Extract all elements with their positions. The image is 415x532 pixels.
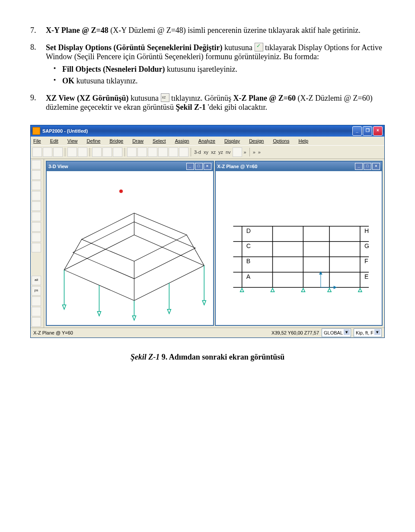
snap-icon[interactable]	[32, 307, 41, 316]
spacer	[32, 253, 43, 275]
open-file-icon[interactable]	[43, 147, 52, 157]
prev-zoom-icon[interactable]	[148, 147, 157, 157]
section-icon[interactable]	[32, 243, 41, 252]
grid-label: B	[246, 258, 250, 264]
combo-value: Kip, ft, F	[356, 330, 374, 335]
save-file-icon[interactable]	[53, 147, 63, 157]
toolbar-overflow-2[interactable]: »	[253, 150, 255, 155]
rotate-3d-icon[interactable]	[233, 147, 242, 157]
menu-draw[interactable]: Draw	[132, 138, 144, 143]
undo-icon[interactable]	[67, 147, 77, 157]
refresh-icon[interactable]	[92, 147, 102, 157]
viewport-xz[interactable]: D C B A H G F E	[216, 171, 382, 325]
menu-design[interactable]: Design	[249, 138, 264, 143]
scroll-left-icon[interactable]	[32, 317, 41, 327]
view-3d-button[interactable]: 3-d	[194, 150, 201, 155]
area-icon[interactable]	[32, 222, 41, 232]
item-9-text-c: tıklayınız. Görünüş	[169, 94, 233, 102]
menu-assign[interactable]: Assign	[175, 138, 189, 143]
child-maximize-icon[interactable]: □	[195, 163, 203, 170]
coordinate-system-combo[interactable]: GLOBAL	[322, 328, 351, 337]
sublist-item-1: Fill Objects (Nesneleri Doldur) kutusunu…	[54, 65, 385, 74]
window-title: SAP2000 - (Untitled)	[42, 128, 88, 134]
view-xz-window[interactable]: X-Z Plane @ Y=60 _ □ ×	[215, 161, 383, 326]
lock-icon[interactable]	[102, 147, 112, 157]
node-icon[interactable]	[32, 181, 41, 190]
sublist-item-2: OK kutusuna tıklayınız.	[54, 76, 385, 86]
units-combo[interactable]: Kip, ft, F	[354, 328, 382, 337]
maximize-button[interactable]: ❐	[363, 126, 372, 136]
menu-help[interactable]: Help	[298, 138, 308, 143]
prev-select-button[interactable]: ps	[32, 286, 41, 296]
pointer-icon[interactable]	[32, 160, 41, 169]
view-3d-titlebar[interactable]: 3-D View _ □ ×	[47, 162, 213, 171]
separator	[191, 148, 191, 156]
child-minimize-icon[interactable]: _	[355, 163, 363, 170]
frame-icon[interactable]	[32, 191, 41, 201]
toolbar-overflow-1[interactable]: »	[244, 150, 246, 155]
select-all-button[interactable]: all	[32, 276, 41, 285]
reshape-icon[interactable]	[32, 170, 41, 180]
child-minimize-icon[interactable]: _	[186, 163, 194, 170]
item-9-text-b: kutusuna	[129, 94, 161, 102]
sub2-bold: OK	[62, 76, 74, 85]
child-close-icon[interactable]: ×	[204, 163, 211, 170]
grid-label: C	[246, 242, 250, 249]
separator	[65, 148, 65, 156]
menubar: File Edit View Define Bridge Draw Select…	[31, 137, 384, 145]
menu-define[interactable]: Define	[87, 138, 101, 143]
separator	[124, 148, 125, 156]
view-xz-titlebar[interactable]: X-Z Plane @ Y=60 _ □ ×	[216, 162, 382, 171]
quick-frame-icon[interactable]	[32, 201, 41, 211]
zoom-out-icon[interactable]	[169, 147, 178, 157]
grid-label: F	[364, 258, 368, 264]
menu-view[interactable]: View	[67, 138, 78, 143]
child-maximize-icon[interactable]: □	[364, 163, 371, 170]
titlebar[interactable]: SAP2000 - (Untitled) _ ❐ ×	[31, 125, 384, 137]
statusbar: X-Z Plane @ Y=60 X39,52 Y60,00 Z77,57 GL…	[31, 328, 384, 338]
sub1-bold: Fill Objects (Nesneleri Doldur)	[62, 65, 165, 73]
redo-icon[interactable]	[78, 147, 87, 157]
instruction-item-7: 7. X-Y Plane @ Z=48 (X-Y Düzlemi @ Z=48)…	[30, 26, 385, 35]
menu-bridge[interactable]: Bridge	[109, 138, 123, 143]
item-9-bold-f: Şekil Z-1	[176, 103, 206, 111]
restore-view-icon[interactable]	[137, 147, 147, 157]
svg-marker-32	[358, 288, 361, 292]
rubber-zoom-icon[interactable]	[127, 147, 137, 157]
close-button[interactable]: ×	[373, 126, 383, 136]
menu-edit[interactable]: Edit	[50, 138, 58, 143]
menu-file[interactable]: File	[33, 138, 41, 143]
view-3d-window[interactable]: 3-D View _ □ ×	[46, 161, 214, 326]
item-9-bold-a: XZ View (XZ Görünüşü)	[46, 94, 129, 102]
menu-analyze[interactable]: Analyze	[198, 138, 215, 143]
view-xz-button[interactable]: xz	[211, 150, 216, 155]
figure-caption: Şekil Z-1 9. Adımdan sonraki ekran görün…	[30, 353, 385, 362]
grid-label: A	[246, 273, 250, 280]
run-icon[interactable]	[113, 147, 122, 157]
item-number: 9.	[30, 93, 36, 102]
instruction-item-8: 8. Set Display Options (Görüntü Seçenekl…	[30, 43, 385, 86]
viewport-3d[interactable]	[47, 171, 213, 325]
structure-3d-icon	[47, 171, 213, 325]
cable-icon[interactable]	[32, 212, 41, 221]
item-7-text: (X-Y Düzlemi @ Z=48) isimli pencerenin ü…	[109, 26, 361, 35]
menu-options[interactable]: Options	[273, 138, 289, 143]
menu-display[interactable]: Display	[224, 138, 240, 143]
view-yz-button[interactable]: yz	[218, 150, 223, 155]
toolbar-overflow-3[interactable]: »	[258, 150, 261, 155]
separator	[249, 148, 250, 156]
menu-select[interactable]: Select	[153, 138, 166, 143]
quick-area-icon[interactable]	[32, 233, 41, 242]
separator	[89, 148, 90, 156]
pan-icon[interactable]	[179, 147, 188, 157]
zoom-in-icon[interactable]	[158, 147, 168, 157]
clear-select-icon[interactable]	[32, 296, 41, 306]
xz-view-icon	[161, 93, 169, 102]
child-close-icon[interactable]: ×	[372, 163, 380, 170]
view-xy-button[interactable]: xy	[204, 150, 208, 155]
view-nv-button[interactable]: nv	[226, 150, 231, 155]
grid-xz-icon: D C B A H G F E	[216, 171, 382, 325]
checkbox-icon	[255, 43, 263, 51]
new-file-icon[interactable]	[32, 147, 42, 157]
minimize-button[interactable]: _	[352, 126, 362, 136]
